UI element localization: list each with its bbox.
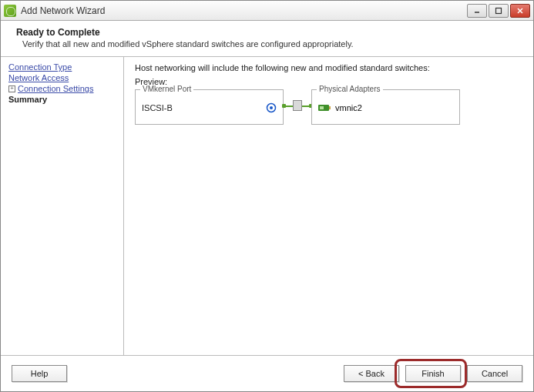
cancel-button[interactable]: Cancel — [467, 365, 522, 382]
svg-rect-1 — [496, 8, 502, 13]
titlebar: Add Network Wizard — [1, 1, 533, 21]
vswitch-icon — [293, 100, 302, 111]
step-connection-settings[interactable]: Connection Settings — [18, 83, 93, 94]
svg-rect-8 — [329, 106, 331, 109]
page-title: Ready to Complete — [16, 27, 521, 38]
finish-button[interactable]: Finish — [405, 365, 461, 382]
vmkernel-port-group: VMkernel Port ISCSI-B — [135, 89, 284, 125]
help-button[interactable]: Help — [12, 365, 67, 382]
vmkernel-entry: ISCSI-B — [142, 98, 277, 118]
wizard-footer: Help < Back Finish Cancel — [1, 355, 533, 391]
wizard-header: Ready to Complete Verify that all new an… — [1, 21, 533, 57]
svg-point-5 — [270, 106, 273, 109]
app-icon — [4, 5, 16, 17]
close-button[interactable] — [510, 4, 530, 18]
wizard-body: Connection Type Network Access + Connect… — [1, 57, 533, 355]
minimize-button[interactable] — [467, 4, 487, 18]
svg-rect-7 — [320, 106, 324, 109]
main-pane: Host networking will include the followi… — [124, 57, 533, 355]
vmkernel-name: ISCSI-B — [142, 103, 173, 112]
nic-icon — [318, 103, 331, 112]
page-subtitle: Verify that all new and modified vSphere… — [16, 39, 521, 49]
vmkernel-icon — [266, 102, 277, 113]
finish-highlight: Finish — [399, 364, 462, 384]
maximize-button[interactable] — [489, 4, 509, 18]
physical-adapter-entry: vmnic2 — [318, 98, 453, 118]
window-controls — [467, 4, 530, 18]
step-network-access[interactable]: Network Access — [8, 72, 120, 83]
window-title: Add Network Wizard — [21, 5, 467, 16]
physical-adapter-name: vmnic2 — [335, 103, 362, 112]
step-connection-type[interactable]: Connection Type — [8, 62, 120, 72]
switch-preview: VMkernel Port ISCSI-B — [135, 89, 522, 125]
physical-adapters-group: Physical Adapters vmnic2 — [311, 89, 460, 125]
switch-connector — [284, 95, 311, 116]
wizard-window: Add Network Wizard Ready to Complete Ver… — [0, 0, 534, 392]
vmkernel-legend: VMkernel Port — [140, 85, 193, 93]
physical-adapters-legend: Physical Adapters — [317, 85, 383, 93]
expand-icon[interactable]: + — [8, 85, 15, 92]
back-button[interactable]: < Back — [344, 365, 399, 382]
step-summary: Summary — [8, 94, 120, 105]
wizard-steps-sidebar: Connection Type Network Access + Connect… — [1, 57, 124, 355]
instruction-text: Host networking will include the followi… — [135, 63, 522, 72]
